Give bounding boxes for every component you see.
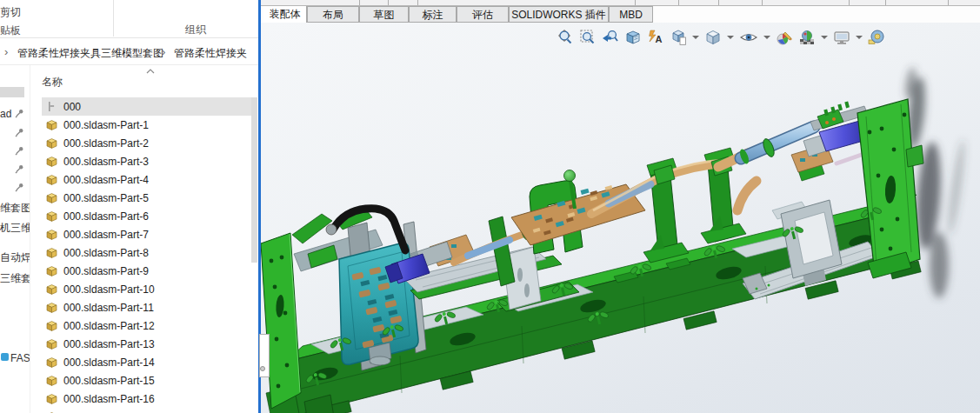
screenshot-root: 剪切 贴板 组织 › 管路柔性焊接夹具三维模型套图 › 管路柔性焊接夹 ad 维… xyxy=(0,0,980,413)
file-name: 000.sldasm-Part-4 xyxy=(63,174,149,186)
file-name: 000.sldasm-Part-13 xyxy=(63,338,155,350)
breadcrumb-item-1[interactable]: 管路柔性焊接夹具三维模型套图 xyxy=(17,46,163,61)
file-row[interactable]: 000.sldasm-Part-5 xyxy=(42,189,257,207)
file-name: 000 xyxy=(63,101,81,113)
file-name: 000.sldasm-Part-1 xyxy=(63,119,149,131)
solidworks-part-icon xyxy=(45,137,58,150)
solidworks-part-icon xyxy=(45,392,58,405)
explorer-ribbon: 剪切 贴板 组织 xyxy=(0,0,258,38)
sidebar-item-folder-1[interactable]: 维套图 xyxy=(0,201,30,215)
assembly-model-3d xyxy=(261,23,980,413)
file-row[interactable]: 000.sldasm-Part-6 xyxy=(42,207,257,225)
sidebar-item-pinned-2[interactable] xyxy=(0,127,30,141)
solidworks-part-icon xyxy=(45,337,58,350)
ribbon-divider xyxy=(113,0,114,37)
sidebar-item-label: 机三维 xyxy=(0,222,30,234)
file-row[interactable]: 000.sldasm-Part-15 xyxy=(42,371,257,390)
file-name: 000.sldasm-Part-9 xyxy=(63,265,149,277)
file-name: 000.sldasm-Part-8 xyxy=(63,247,149,259)
pin-icon xyxy=(15,109,24,118)
tab-assembly[interactable]: 装配体 xyxy=(263,6,307,23)
tab-annotate[interactable]: 标注 xyxy=(409,6,457,23)
file-name: 000.sldasm-Part-11 xyxy=(63,302,154,314)
file-explorer-window: 剪切 贴板 组织 › 管路柔性焊接夹具三维模型套图 › 管路柔性焊接夹 ad 维… xyxy=(0,0,258,413)
solidworks-window: 装配体 布局 草图 标注 评估 SOLIDWORKS 插件 MBD A xyxy=(258,0,980,413)
ball-handle xyxy=(564,170,576,182)
tab-layout[interactable]: 布局 xyxy=(307,6,359,23)
file-row[interactable]: 000.sldasm-Part-11 xyxy=(42,298,257,316)
command-manager-tabs: 装配体 布局 草图 标注 评估 SOLIDWORKS 插件 MBD xyxy=(261,6,980,23)
solidworks-part-icon xyxy=(45,155,58,168)
sidebar-item-folder-4[interactable]: 三维套 xyxy=(0,271,30,285)
tab-mbd[interactable]: MBD xyxy=(609,6,653,23)
collapsed-panel-sliver[interactable] xyxy=(259,334,270,377)
solidworks-part-icon xyxy=(45,173,58,186)
sidebar-item-fast[interactable]: FAST xyxy=(0,352,30,366)
organize-group-label: 组织 xyxy=(185,23,206,37)
pin-icon xyxy=(15,164,24,174)
sidebar-item-folder-3[interactable]: 自动焊 xyxy=(0,250,30,264)
sort-ascending-icon xyxy=(146,69,155,74)
solidworks-part-icon xyxy=(45,118,58,131)
quick-access-pane: ad 维套图 机三维 自动焊 三维套 FAST xyxy=(0,65,30,413)
nav-selected-fragment xyxy=(0,87,24,97)
sidebar-item-label: 自动焊 xyxy=(0,251,30,263)
solidworks-part-icon xyxy=(45,246,58,259)
file-row[interactable]: 000.sldasm-Part-8 xyxy=(42,243,257,262)
file-row[interactable]: 000.sldasm-Part-10 xyxy=(42,280,257,298)
generic-file-icon xyxy=(45,100,58,113)
cut-button[interactable]: 剪切 xyxy=(0,5,21,20)
menubar-fragment xyxy=(261,0,980,6)
solidworks-part-icon xyxy=(45,356,58,369)
sidebar-item-label: 三维套 xyxy=(0,272,30,284)
solidworks-part-icon xyxy=(45,210,58,223)
file-name: 000.sldasm-Part-7 xyxy=(63,229,149,241)
pin-icon xyxy=(15,183,24,192)
graphics-area[interactable]: A xyxy=(261,23,980,413)
solidworks-part-icon xyxy=(45,228,58,241)
file-row[interactable]: 000.sldasm-Part-4 xyxy=(42,170,257,189)
file-row[interactable]: 000.sldasm-Part-9 xyxy=(42,262,257,280)
file-row[interactable]: 000.sldasm-Part-14 xyxy=(42,353,257,371)
sidebar-item-label: 维套图 xyxy=(0,202,30,214)
file-name: 000.sldasm-Part-15 xyxy=(63,375,155,387)
file-row[interactable]: 000.sldasm-Part-3 xyxy=(42,152,257,170)
file-name: 000.sldasm-Part-5 xyxy=(63,192,149,204)
file-name: 000.sldasm-Part-6 xyxy=(63,210,149,223)
sidebar-item-pinned-4[interactable] xyxy=(0,163,30,177)
file-row[interactable]: 000.sldasm-Part-7 xyxy=(42,225,257,243)
sidebar-item-folder-2[interactable]: 机三维 xyxy=(0,221,30,235)
sidebar-item-pinned-5[interactable] xyxy=(0,182,30,196)
solidworks-part-icon xyxy=(45,264,58,277)
file-row[interactable]: 000.sldasm-Part-2 xyxy=(42,134,257,152)
file-name: 000.sldasm-Part-14 xyxy=(63,356,155,369)
breadcrumb-chevron-icon: › xyxy=(4,45,8,58)
file-row-clipped[interactable] xyxy=(42,408,257,413)
name-column-header[interactable]: 名称 xyxy=(42,75,63,90)
sidebar-item-downloads[interactable]: ad xyxy=(0,108,30,122)
breadcrumb: › 管路柔性焊接夹具三维模型套图 › 管路柔性焊接夹 xyxy=(0,39,258,65)
tab-evaluate[interactable]: 评估 xyxy=(457,6,509,23)
file-row[interactable]: 000.sldasm-Part-16 xyxy=(42,390,257,408)
pin-icon xyxy=(15,146,24,156)
tab-addins[interactable]: SOLIDWORKS 插件 xyxy=(509,6,609,23)
solidworks-part-icon xyxy=(45,301,58,314)
clipboard-group-label: 贴板 xyxy=(0,23,21,38)
breadcrumb-item-2[interactable]: 管路柔性焊接夹 xyxy=(174,46,247,61)
file-list: 000 000.sldasm-Part-1 000.sldasm-Part-2 … xyxy=(42,97,257,413)
sidebar-item-label: ad xyxy=(0,108,11,120)
file-row[interactable]: 000.sldasm-Part-1 xyxy=(42,116,257,134)
file-row[interactable]: 000.sldasm-Part-13 xyxy=(42,335,257,353)
panel-knob[interactable] xyxy=(260,366,265,371)
solidworks-part-icon xyxy=(45,283,58,296)
sidebar-item-label: FAST xyxy=(10,352,30,364)
tab-sketch[interactable]: 草图 xyxy=(359,6,409,23)
file-name: 000.sldasm-Part-3 xyxy=(63,156,149,168)
pin-icon xyxy=(15,128,24,137)
file-row[interactable]: 000.sldasm-Part-12 xyxy=(42,316,257,335)
file-name: 000.sldasm-Part-12 xyxy=(63,320,155,332)
sidebar-item-pinned-3[interactable] xyxy=(0,145,30,159)
file-row[interactable]: 000 xyxy=(42,97,257,116)
solidworks-part-icon xyxy=(45,191,58,204)
explorer-scrollbar[interactable] xyxy=(251,97,257,263)
